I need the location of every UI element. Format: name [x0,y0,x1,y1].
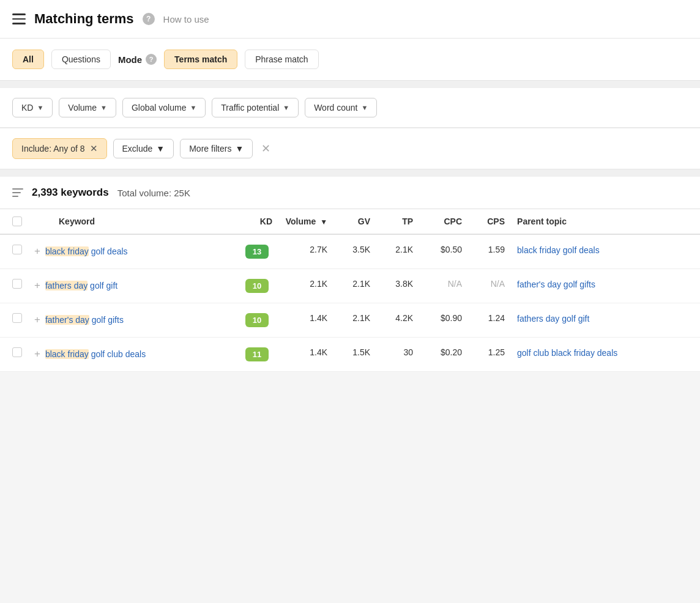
kd-dropdown-arrow: ▼ [37,104,43,111]
clear-all-filters-btn[interactable]: ✕ [259,142,273,155]
page-title: Matching terms [34,11,134,27]
tp-cell: 4.2K [376,303,419,338]
word-count-dropdown-arrow: ▼ [362,104,368,111]
parent-topic-link[interactable]: black friday golf deals [517,245,600,255]
cpc-cell: N/A [419,269,468,303]
page-help-icon[interactable]: ? [143,13,155,25]
keywords-table: Keyword KD Volume ▼ GV TP CPC CPS Parent… [0,209,700,372]
kd-badge: 10 [245,279,269,293]
volume-dropdown-arrow: ▼ [100,104,107,111]
add-keyword-btn[interactable]: + [34,314,40,325]
total-volume: Total volume: 25K [117,188,190,198]
parent-topic-column-header: Parent topic [511,209,700,234]
word-count-filter-btn[interactable]: Word count ▼ [305,98,377,117]
keyword-cell: + black friday golf club deals [28,338,236,372]
tp-column-header: TP [376,209,419,234]
row-checkbox[interactable] [12,245,22,254]
gv-cell: 1.5K [333,338,376,372]
tab-phrase-match[interactable]: Phrase match [245,50,318,69]
table-row: + father's day golf gifts 10 1.4K 2.1K 4… [0,303,700,338]
volume-cell: 2.7K [278,234,333,269]
row-actions: + fathers day golf gift [34,279,229,292]
tp-cell: 2.1K [376,234,419,269]
add-keyword-btn[interactable]: + [34,246,40,256]
keywords-header: 2,393 keywords Total volume: 25K [0,177,700,209]
section-divider-2 [0,169,700,177]
cps-cell: 1.24 [468,303,511,338]
keyword-link[interactable]: father's day golf gifts [45,314,124,327]
keyword-link[interactable]: black friday golf club deals [45,349,146,361]
keyword-link[interactable]: fathers day golf gift [45,280,117,292]
more-filters-btn[interactable]: More filters ▼ [180,139,253,158]
cpc-cell: $0.20 [419,338,468,372]
keywords-count: 2,393 keywords [32,187,109,199]
global-volume-filter-btn[interactable]: Global volume ▼ [122,98,206,117]
gv-cell: 2.1K [333,269,376,303]
parent-topic-cell: black friday golf deals [511,234,700,269]
tab-all[interactable]: All [12,50,44,69]
kd-badge: 13 [245,245,269,259]
global-volume-dropdown-arrow: ▼ [190,104,196,111]
exclude-dropdown-arrow: ▼ [156,144,165,154]
row-actions: + black friday golf club deals [34,347,229,361]
table-row: + black friday golf deals 13 2.7K 3.5K 2… [0,234,700,269]
kd-cell: 10 [236,303,278,338]
parent-topic-link[interactable]: father's day golf gifts [517,279,595,289]
mode-help-icon[interactable]: ? [146,54,157,65]
exclude-filter-btn[interactable]: Exclude ▼ [113,139,174,158]
select-all-checkbox-header[interactable] [0,209,28,234]
kd-filter-btn[interactable]: KD ▼ [12,98,53,117]
row-checkbox-cell [0,234,28,269]
traffic-potential-filter-btn[interactable]: Traffic potential ▼ [212,98,299,117]
kd-badge: 11 [245,347,269,361]
parent-topic-link[interactable]: fathers day golf gift [517,314,589,324]
row-checkbox-cell [0,269,28,303]
parent-topic-cell: golf club black friday deals [511,338,700,372]
cps-cell: N/A [468,269,511,303]
parent-topic-cell: fathers day golf gift [511,303,700,338]
volume-cell: 1.4K [278,303,333,338]
add-keyword-btn[interactable]: + [34,280,40,290]
volume-column-header[interactable]: Volume ▼ [278,209,333,234]
table-row: + fathers day golf gift 10 2.1K 2.1K 3.8… [0,269,700,303]
top-bar: Matching terms ? How to use [0,0,700,39]
include-clear-btn[interactable]: ✕ [90,143,98,154]
kd-cell: 11 [236,338,278,372]
cpc-column-header: CPC [419,209,468,234]
add-keyword-btn[interactable]: + [34,349,40,359]
traffic-potential-dropdown-arrow: ▼ [283,104,289,111]
row-actions: + father's day golf gifts [34,313,229,327]
hamburger-icon[interactable] [12,13,26,24]
cps-cell: 1.59 [468,234,511,269]
cpc-cell: $0.50 [419,234,468,269]
tab-terms-match[interactable]: Terms match [164,50,237,69]
cps-cell: 1.25 [468,338,511,372]
volume-filter-btn[interactable]: Volume ▼ [59,98,116,117]
kd-column-header: KD [236,209,278,234]
cpc-cell: $0.90 [419,303,468,338]
keyword-link[interactable]: black friday golf deals [45,246,128,258]
parent-topic-link[interactable]: golf club black friday deals [517,348,617,358]
keyword-cell: + father's day golf gifts [28,303,236,338]
mode-label: Mode ? [118,54,157,65]
keywords-table-container: Keyword KD Volume ▼ GV TP CPC CPS Parent… [0,209,700,372]
how-to-use-link[interactable]: How to use [163,14,209,24]
column-filters-bar: KD ▼ Volume ▼ Global volume ▼ Traffic po… [0,88,700,128]
active-filters-bar: Include: Any of 8 ✕ Exclude ▼ More filte… [0,128,700,169]
include-filter-btn[interactable]: Include: Any of 8 ✕ [12,138,107,159]
section-divider [0,81,700,88]
volume-cell: 1.4K [278,338,333,372]
tp-cell: 3.8K [376,269,419,303]
tab-questions[interactable]: Questions [51,50,111,69]
row-checkbox[interactable] [12,347,22,357]
kd-badge: 10 [245,313,269,327]
gv-cell: 3.5K [333,234,376,269]
row-checkbox-cell [0,338,28,372]
kd-cell: 13 [236,234,278,269]
volume-cell: 2.1K [278,269,333,303]
row-checkbox[interactable] [12,279,22,289]
sort-icon[interactable] [12,188,23,197]
gv-column-header: GV [333,209,376,234]
row-checkbox[interactable] [12,313,22,323]
table-row: + black friday golf club deals 11 1.4K 1… [0,338,700,372]
